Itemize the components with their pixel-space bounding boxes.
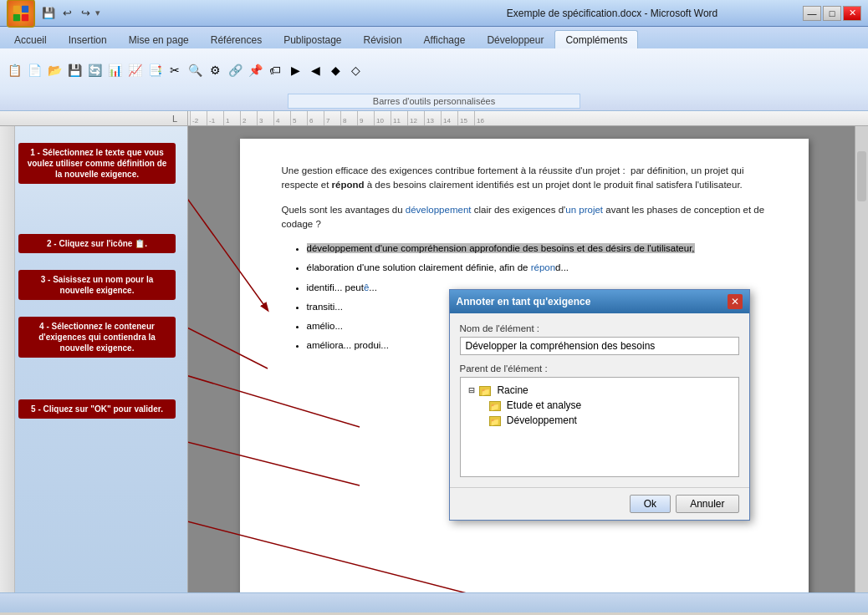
dialog-close-button[interactable]: ✕	[728, 294, 743, 309]
tree-folder-icon: 📁	[479, 386, 491, 396]
tb-icon-16[interactable]: ◀	[306, 61, 324, 79]
tree-root[interactable]: ⊟ 📁 Racine	[466, 383, 733, 398]
ruler-mark: 10	[374, 111, 391, 125]
ruler-mark: 15	[457, 111, 474, 125]
ruler-mark: 11	[391, 111, 407, 125]
qat-save-button[interactable]: 💾	[40, 5, 57, 22]
annotation-5: 5 - Cliquez sur "OK" pour valider.	[18, 399, 176, 419]
qat-dropdown-arrow[interactable]: ▾	[95, 8, 100, 18]
ruler-mark: 5	[290, 111, 307, 125]
tab-developpeur[interactable]: Développeur	[476, 30, 554, 48]
ruler-mark: 6	[307, 111, 324, 125]
svg-rect-0	[13, 5, 20, 12]
status-text	[7, 598, 9, 608]
dialog-title-bar[interactable]: Annoter en tant qu'exigence ✕	[450, 290, 749, 313]
tb-icon-18[interactable]: ◇	[346, 61, 365, 79]
tb-icon-7[interactable]: 📈	[125, 61, 144, 79]
tab-affichage[interactable]: Affichage	[413, 30, 477, 48]
tree-child-folder-icon-2: 📁	[489, 416, 501, 426]
dialog-ok-button[interactable]: Ok	[630, 495, 671, 513]
tb-icon-13[interactable]: 📌	[246, 61, 264, 79]
tb-icon-2[interactable]: 📄	[25, 61, 43, 79]
dialog-parent-label: Parent de l'élément :	[460, 363, 739, 374]
annotation-box-4: 4 - Sélectionnez le conteneur d'exigence…	[18, 317, 176, 358]
bullet-item-1: développement d'une compréhension approf…	[307, 241, 767, 256]
annotation-box-2: 2 - Cliquez sur l'icône 📋.	[18, 234, 176, 253]
ruler-mark: 1	[223, 111, 240, 125]
tb-icon-3[interactable]: 📂	[45, 61, 64, 79]
ruler-mark: 8	[340, 111, 357, 125]
tb-icon-12[interactable]: 🔗	[226, 61, 244, 79]
ruler-mark: 12	[407, 111, 424, 125]
qat-redo-button[interactable]: ↪	[77, 5, 94, 22]
tb-icon-4[interactable]: 💾	[65, 61, 84, 79]
ruler-mark: 4	[273, 111, 290, 125]
document-scroll-area[interactable]: Une gestion efficace des exigences contr…	[188, 126, 868, 592]
tab-references[interactable]: Références	[200, 30, 273, 48]
ribbon-tabs: Accueil Insertion Mise en page Référence…	[0, 27, 868, 48]
dialog-annoter: Annoter en tant qu'exigence ✕ Nom de l'é…	[449, 289, 750, 521]
ribbon: Accueil Insertion Mise en page Référence…	[0, 27, 868, 111]
dialog-tree[interactable]: ⊟ 📁 Racine 📁 Etude et analyse 📁 Développ…	[460, 377, 739, 477]
maximize-button[interactable]: □	[823, 6, 841, 21]
dialog-cancel-button[interactable]: Annuler	[676, 495, 738, 513]
scrollbar-thumb[interactable]	[857, 151, 866, 201]
tb-icon-1[interactable]: 📋	[5, 61, 23, 79]
tb-icon-10[interactable]: 🔍	[186, 61, 204, 79]
svg-rect-1	[22, 5, 28, 12]
left-panel: 1 - Sélectionnez le texte que vous voule…	[0, 126, 188, 592]
dialog-name-label: Nom de l'élément :	[460, 323, 739, 333]
ruler-mark: -1	[207, 111, 223, 125]
ruler-corner: L	[0, 111, 188, 126]
bullet-item-2: élaboration d'une solution clairement dé…	[307, 261, 767, 275]
annotation-box-3: 3 - Saisissez un nom pour la nouvelle ex…	[18, 270, 176, 300]
status-bar	[0, 592, 868, 612]
tab-accueil[interactable]: Accueil	[3, 30, 58, 48]
annotation-box-5: 5 - Cliquez sur "OK" pour valider.	[18, 399, 176, 419]
tb-icon-8[interactable]: 📑	[146, 61, 164, 79]
dialog-name-input[interactable]	[460, 337, 739, 355]
ruler-mark: 7	[324, 111, 340, 125]
annotations-container: 1 - Sélectionnez le texte que vous voule…	[18, 143, 176, 424]
tb-icon-9[interactable]: ✂	[166, 61, 184, 79]
minimize-button[interactable]: —	[803, 6, 821, 21]
tree-child-2[interactable]: 📁 Développement	[466, 413, 733, 428]
ruler-mark: -2	[190, 111, 207, 125]
office-button[interactable]	[7, 0, 35, 28]
tb-icon-5[interactable]: 🔄	[85, 61, 104, 79]
qat-undo-button[interactable]: ↩	[59, 5, 75, 22]
document-area[interactable]: Une gestion efficace des exigences contr…	[188, 126, 868, 592]
tb-icon-17[interactable]: ◆	[326, 61, 345, 79]
tree-expand-icon: ⊟	[469, 384, 475, 396]
vertical-scrollbar[interactable]	[855, 126, 868, 592]
annotation-4: 4 - Sélectionnez le conteneur d'exigence…	[18, 317, 176, 358]
tb-icon-14[interactable]: 🏷	[266, 61, 284, 79]
tree-root-label: Racine	[497, 384, 528, 396]
window-title: Exemple de spécification.docx - Microsof…	[421, 8, 803, 19]
horizontal-ruler: -2 -1 1 2 3 4 5 6 7 8 9 10 11 12 13 14 1…	[188, 111, 868, 126]
main-content-area: 1 - Sélectionnez le texte que vous voule…	[0, 126, 868, 592]
tab-revision[interactable]: Révision	[353, 30, 413, 48]
ruler-mark: 3	[257, 111, 273, 125]
tree-child-folder-icon-1: 📁	[489, 401, 501, 411]
quick-access-toolbar: 💾 ↩ ↪ ▾	[40, 5, 421, 22]
tab-publipostage[interactable]: Publipostage	[273, 30, 352, 48]
vertical-ruler	[0, 126, 15, 592]
ruler-mark: 13	[424, 111, 441, 125]
annotation-3: 3 - Saisissez un nom pour la nouvelle ex…	[18, 270, 176, 300]
tab-insertion[interactable]: Insertion	[58, 30, 118, 48]
tab-complements[interactable]: Compléments	[554, 30, 638, 48]
tb-icon-11[interactable]: ⚙	[206, 61, 224, 79]
svg-rect-2	[13, 13, 20, 20]
ruler-mark: 16	[474, 111, 491, 125]
ruler-mark: 9	[357, 111, 374, 125]
close-button[interactable]: ✕	[843, 6, 861, 21]
window-controls: — □ ✕	[803, 6, 861, 21]
dialog-footer: Ok Annuler	[450, 487, 749, 520]
tree-child-1[interactable]: 📁 Etude et analyse	[466, 398, 733, 413]
tree-child-label-2: Développement	[507, 414, 577, 426]
dialog-title-text: Annoter en tant qu'exigence	[457, 296, 591, 308]
tb-icon-15[interactable]: ▶	[286, 61, 304, 79]
tb-icon-6[interactable]: 📊	[105, 61, 124, 79]
tab-mise-en-page[interactable]: Mise en page	[118, 30, 200, 48]
